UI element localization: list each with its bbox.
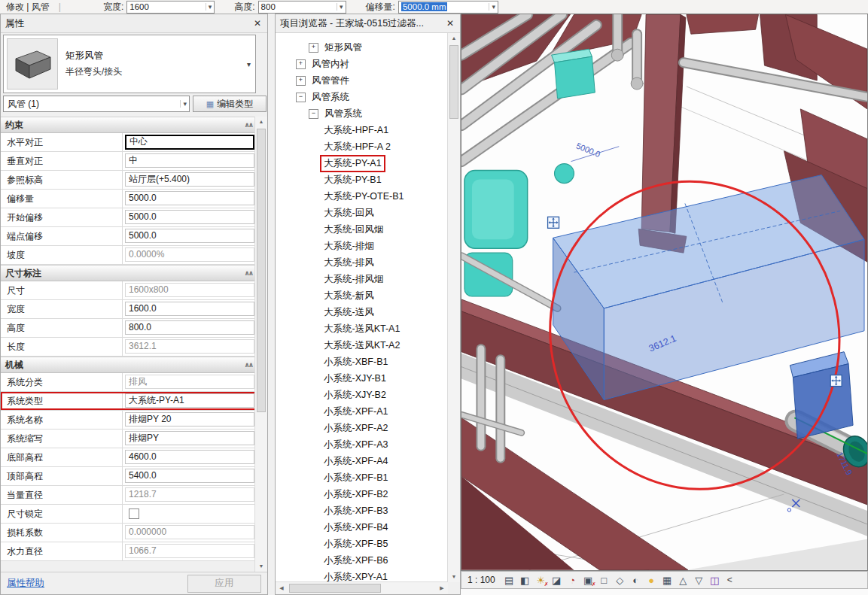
property-value[interactable]: 5000.0 xyxy=(125,191,254,205)
reveal-constraints-icon[interactable]: ◫ xyxy=(707,573,723,587)
property-value[interactable]: 0.0000% xyxy=(125,247,254,262)
property-value[interactable]: 3612.1 xyxy=(125,339,254,354)
tree-item[interactable]: 大系统-HPF-A1 xyxy=(276,122,448,138)
tree-item[interactable]: 小系统-XPF-B6 xyxy=(276,552,448,569)
collapse-icon[interactable]: ∧∧ xyxy=(244,361,252,369)
checkbox[interactable] xyxy=(129,508,139,519)
show-analytical-model-icon[interactable]: △ xyxy=(675,573,691,587)
scale-button[interactable]: 1 : 100 xyxy=(464,575,501,585)
highlight-displacement-icon[interactable]: ▽ xyxy=(691,573,707,587)
property-value[interactable]: 中心 xyxy=(125,135,254,150)
tree-item[interactable]: 大系统-排风烟 xyxy=(276,271,448,287)
expand-icon[interactable]: − xyxy=(309,109,318,119)
apply-button[interactable]: 应用 xyxy=(187,575,261,593)
tree-item[interactable]: 大系统-HPF-A 2 xyxy=(276,138,448,155)
tree-item[interactable]: 小系统-XJY-B2 xyxy=(276,387,448,403)
chevron-down-icon[interactable]: ▾ xyxy=(337,3,346,11)
show-crop-region-icon[interactable]: □ xyxy=(596,573,612,587)
property-value[interactable]: 1600x800 xyxy=(125,283,254,297)
close-icon[interactable]: ✕ xyxy=(252,18,263,29)
chevron-down-icon[interactable]: ▾ xyxy=(180,100,189,108)
scroll-up-icon[interactable]: ▲ xyxy=(448,33,460,44)
modify-duct-tab-label[interactable]: 修改 | 风管 xyxy=(0,1,56,14)
tree-item[interactable]: 大系统-送风 xyxy=(276,304,448,320)
sun-path-icon[interactable]: ☀✗ xyxy=(533,573,549,587)
section-header[interactable]: 机械∧∧ xyxy=(1,357,257,373)
property-value[interactable]: 大系统-PY-A1 xyxy=(125,393,254,408)
option-field-input[interactable]: 1600▾ xyxy=(126,1,215,14)
collapse-icon[interactable]: ∧∧ xyxy=(244,269,252,277)
scroll-down-icon[interactable]: ▼ xyxy=(448,572,460,582)
panel-splitter[interactable] xyxy=(268,14,275,595)
tree-item[interactable]: −风管系统 xyxy=(276,105,448,122)
scrollbar-thumb[interactable] xyxy=(257,129,266,412)
browser-horizontal-scrollbar[interactable]: ◀ ▶ xyxy=(276,581,448,594)
pan-handle[interactable] xyxy=(548,217,559,228)
tree-item[interactable]: 大系统-回风烟 xyxy=(276,221,448,238)
property-value[interactable]: 排烟PY 20 xyxy=(125,412,254,427)
property-value[interactable]: 0.000000 xyxy=(125,525,254,539)
property-value[interactable]: 5000.0 xyxy=(125,229,254,243)
tree-item[interactable]: 小系统-XBF-B1 xyxy=(276,354,448,370)
tree-item[interactable]: +风管内衬 xyxy=(276,56,448,72)
section-header[interactable]: 约束∧∧ xyxy=(1,117,257,133)
pan-handle[interactable] xyxy=(830,375,842,387)
tree-item[interactable]: 大系统-排风 xyxy=(276,254,448,271)
tree-item[interactable]: 小系统-XPF-A1 xyxy=(276,403,448,420)
tree-item[interactable]: 大系统-PY-A1 xyxy=(276,155,448,172)
scrollbar-thumb[interactable] xyxy=(289,584,381,593)
expand-icon[interactable]: + xyxy=(296,59,306,69)
section-header[interactable]: 尺寸标注∧∧ xyxy=(1,265,257,281)
tree-item[interactable]: 小系统-XPF-B2 xyxy=(276,486,448,502)
type-selector[interactable]: 矩形风管 半径弯头/接头 ▾ xyxy=(3,35,256,93)
tree-item[interactable]: 大系统-送风KT-A2 xyxy=(276,337,448,354)
properties-help-link[interactable]: 属性帮助 xyxy=(7,577,44,590)
scroll-right-icon[interactable]: ▶ xyxy=(436,582,448,594)
properties-scrollbar[interactable]: ▲ ▼ xyxy=(254,117,267,572)
property-value[interactable]: 4600.0 xyxy=(125,450,254,464)
scroll-left-icon[interactable]: ◀ xyxy=(276,582,288,594)
tree-item[interactable]: 大系统-PY-OTE-B1 xyxy=(276,188,448,205)
property-value[interactable]: 中 xyxy=(125,153,254,168)
tree-item[interactable]: 小系统-XPF-B1 xyxy=(276,469,448,486)
tree-item[interactable]: 小系统-XPF-B4 xyxy=(276,519,448,536)
tree-item[interactable]: +矩形风管 xyxy=(276,39,448,56)
unlocked-3d-view-icon[interactable]: ◇ xyxy=(612,573,628,587)
tree-item[interactable]: 小系统-XJY-B1 xyxy=(276,370,448,387)
scroll-down-icon[interactable]: ▼ xyxy=(255,561,267,572)
property-value[interactable]: 1218.7 xyxy=(125,487,254,502)
detail-level-icon[interactable]: ▤ xyxy=(501,573,517,587)
collapse-icon[interactable]: ∧∧ xyxy=(244,121,252,129)
temporary-hide-isolate-icon[interactable]: ◐ xyxy=(628,573,644,587)
close-icon[interactable]: ✕ xyxy=(445,18,455,29)
property-value[interactable]: 1066.7 xyxy=(125,544,254,558)
rendering-dialog-icon[interactable]: ◔ xyxy=(565,573,580,587)
tree-item[interactable]: 小系统-XPF-B3 xyxy=(276,502,448,519)
3d-view-canvas[interactable]: 5000.0 3612.1 1711.9 xyxy=(461,14,867,570)
visual-style-icon[interactable]: ◧ xyxy=(517,573,533,587)
chevron-down-icon[interactable]: ▾ xyxy=(206,3,215,11)
collapse-arrow-icon[interactable]: < xyxy=(727,575,732,585)
tree-item[interactable]: 小系统-XPF-A2 xyxy=(276,420,448,436)
expand-icon[interactable]: + xyxy=(309,43,318,53)
property-value[interactable]: 5400.0 xyxy=(125,469,254,483)
tree-item[interactable]: 大系统-排烟 xyxy=(276,238,448,254)
property-value[interactable]: 800.0 xyxy=(125,320,254,335)
scrollbar-thumb[interactable] xyxy=(449,45,458,119)
tree-item[interactable]: 大系统-PY-B1 xyxy=(276,172,448,188)
option-field-input[interactable]: 5000.0 mm▾ xyxy=(398,1,498,14)
chevron-down-icon[interactable]: ▾ xyxy=(489,3,498,11)
property-value[interactable] xyxy=(125,506,254,521)
tree-item[interactable]: 大系统-回风 xyxy=(276,205,448,221)
tree-item[interactable]: 小系统-XPF-A3 xyxy=(276,436,448,453)
type-selector-dropdown-icon[interactable]: ▾ xyxy=(242,60,255,68)
shadows-icon[interactable]: ◪ xyxy=(549,573,565,587)
tree-item[interactable]: 小系统-XPF-A4 xyxy=(276,453,448,469)
tree-item[interactable]: −风管系统 xyxy=(276,89,448,105)
tree-item[interactable]: 大系统-新风 xyxy=(276,287,448,304)
property-value[interactable]: 站厅层(+5.400) xyxy=(125,172,254,187)
edit-type-button[interactable]: ▦ 编辑类型 xyxy=(193,96,266,112)
browser-vertical-scrollbar[interactable]: ▲ ▼ xyxy=(447,33,460,582)
scroll-up-icon[interactable]: ▲ xyxy=(255,117,267,127)
reveal-hidden-elements-icon[interactable]: ● xyxy=(644,573,659,587)
